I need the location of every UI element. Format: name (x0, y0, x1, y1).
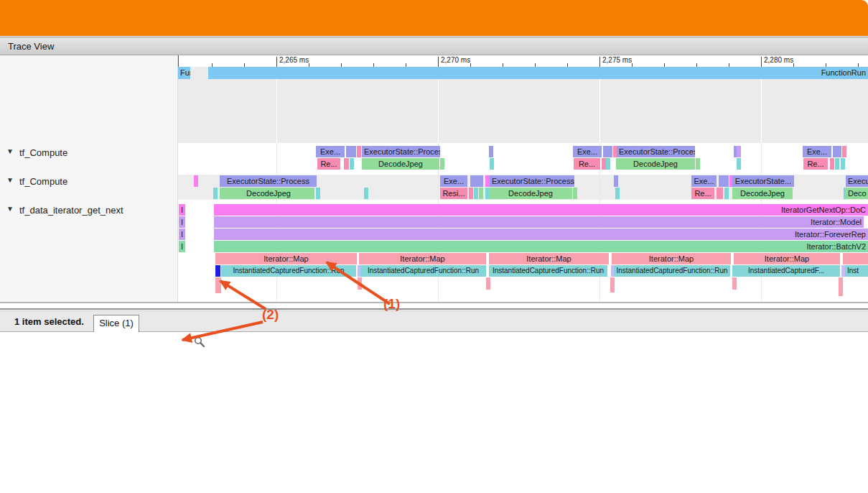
trace-slice[interactable] (469, 188, 473, 199)
trace-slice[interactable]: I (179, 241, 185, 252)
trace-slice[interactable]: Re... (574, 158, 600, 170)
trace-slice[interactable] (344, 158, 349, 170)
ruler-label: 2,275 ms (602, 56, 632, 64)
trace-slice[interactable]: Iterator::Map (489, 253, 609, 264)
trace-slice[interactable] (830, 158, 834, 170)
trace-slice[interactable] (486, 277, 490, 290)
trace-slice[interactable] (573, 188, 577, 199)
trace-slice[interactable] (615, 188, 620, 199)
trace-slice[interactable]: Deco (846, 188, 868, 199)
trace-slice[interactable] (357, 146, 361, 157)
trace-slice[interactable] (350, 158, 354, 170)
trace-slice[interactable]: Execut (846, 175, 868, 187)
ruler-label: 2,270 ms (441, 56, 470, 64)
trace-slice[interactable]: Exe... (691, 175, 717, 187)
timeline-canvas[interactable]: 2,265 ms2,270 ms2,275 ms2,280 msFunFunct… (0, 0, 868, 493)
trace-slice[interactable]: InstantiatedCapturedFunction::Run (489, 265, 607, 277)
trace-slice[interactable]: InstantiatedCapturedF... (732, 265, 840, 277)
trace-slice[interactable] (316, 188, 320, 199)
trace-slice[interactable]: Inst (845, 265, 868, 277)
trace-slice[interactable] (724, 188, 729, 199)
trace-slice[interactable] (479, 188, 483, 199)
trace-slice[interactable]: InstantiatedCapturedFunction::Run (360, 265, 486, 277)
trace-slice[interactable] (835, 158, 839, 170)
ruler-major-tick (276, 57, 277, 67)
ruler-major-tick (761, 57, 762, 67)
trace-slice[interactable]: DecodeJpeg (223, 188, 314, 199)
trace-slice[interactable] (610, 277, 615, 292)
trace-slice[interactable]: Re... (691, 188, 714, 199)
trace-slice[interactable] (213, 188, 218, 199)
trace-slice[interactable]: DecodeJpeg (362, 158, 439, 170)
trace-slice[interactable]: ExecutorState... (732, 175, 794, 187)
trace-slice[interactable] (346, 146, 356, 157)
trace-slice[interactable]: Fun (178, 67, 190, 79)
trace-slice[interactable] (440, 158, 444, 170)
trace-slice[interactable]: Iterator::Map (612, 253, 731, 264)
trace-slice[interactable] (358, 277, 362, 290)
trace-slice[interactable]: Exe... (573, 146, 602, 157)
trace-slice[interactable]: Iterator::ForeverRep (214, 229, 868, 240)
trace-slice[interactable] (215, 277, 221, 293)
ruler-major-tick (599, 57, 600, 67)
trace-slice[interactable] (737, 146, 741, 157)
trace-slice[interactable]: InstantiatedCapturedFunction::Run (221, 265, 356, 277)
trace-slice[interactable]: Resi... (440, 188, 467, 199)
ruler-major-tick (438, 57, 439, 67)
trace-slice[interactable]: Iterator::Map (359, 253, 486, 264)
trace-slice[interactable]: ExecutorState::Process (362, 146, 440, 157)
trace-slice[interactable]: Exe... (440, 175, 467, 187)
trace-slice[interactable]: Iterator::Map (734, 253, 840, 264)
trace-slice[interactable]: ExecutorState::Process (490, 175, 574, 187)
gridline (599, 79, 600, 143)
trace-slice[interactable] (842, 146, 846, 157)
trace-slice[interactable]: Re... (317, 158, 340, 170)
trace-slice[interactable]: DecodeJpeg (489, 188, 572, 199)
trace-slice[interactable]: I (179, 229, 185, 240)
trace-slice[interactable] (841, 158, 845, 170)
trace-slice[interactable] (489, 146, 493, 157)
trace-slice[interactable]: I (179, 216, 185, 228)
trace-slice[interactable] (606, 158, 610, 170)
trace-slice[interactable] (839, 277, 843, 296)
gridline (276, 79, 277, 143)
trace-slice[interactable]: InstantiatedCapturedFunction::Run (614, 265, 730, 277)
trace-slice[interactable]: Iterator::Map (215, 253, 357, 264)
trace-slice[interactable]: I (179, 204, 185, 216)
trace-slice[interactable]: Exe... (803, 146, 831, 157)
trace-slice[interactable]: Exe... (316, 146, 345, 157)
trace-slice[interactable] (490, 158, 494, 170)
trace-slice[interactable] (732, 277, 737, 290)
trace-slice[interactable] (737, 158, 741, 170)
trace-slice[interactable]: Iterator::BatchV2 (214, 241, 868, 252)
trace-slice[interactable] (614, 175, 618, 187)
trace-slice[interactable]: ExecutorState::Process (617, 146, 695, 157)
ruler-origin-line (178, 55, 179, 67)
trace-slice[interactable] (194, 175, 198, 187)
trace-slice[interactable] (474, 188, 478, 199)
trace-slice[interactable]: DecodeJpeg (732, 188, 793, 199)
ruler-label: 2,280 ms (764, 56, 793, 64)
trace-slice[interactable]: Re... (803, 158, 828, 170)
ruler-label: 2,265 ms (279, 56, 309, 64)
trace-slice[interactable] (833, 146, 841, 157)
trace-slice[interactable] (470, 175, 483, 187)
trace-slice[interactable] (603, 146, 612, 157)
trace-slice[interactable]: Iterator::Model (214, 216, 864, 228)
trace-slice[interactable] (364, 188, 368, 199)
gridline (761, 79, 762, 143)
trace-slice[interactable] (843, 253, 868, 264)
gridline (438, 79, 439, 143)
trace-slice[interactable]: FunctionRun (208, 67, 868, 79)
trace-slice[interactable]: DecodeJpeg (616, 158, 695, 170)
trace-slice[interactable] (719, 175, 729, 187)
trace-slice-selected[interactable] (215, 265, 220, 277)
trace-slice[interactable]: ExecutorState::Process (220, 175, 317, 187)
trace-slice[interactable] (717, 188, 723, 199)
trace-slice[interactable] (696, 158, 700, 170)
trace-slice[interactable]: IteratorGetNextOp::DoC (214, 204, 868, 216)
